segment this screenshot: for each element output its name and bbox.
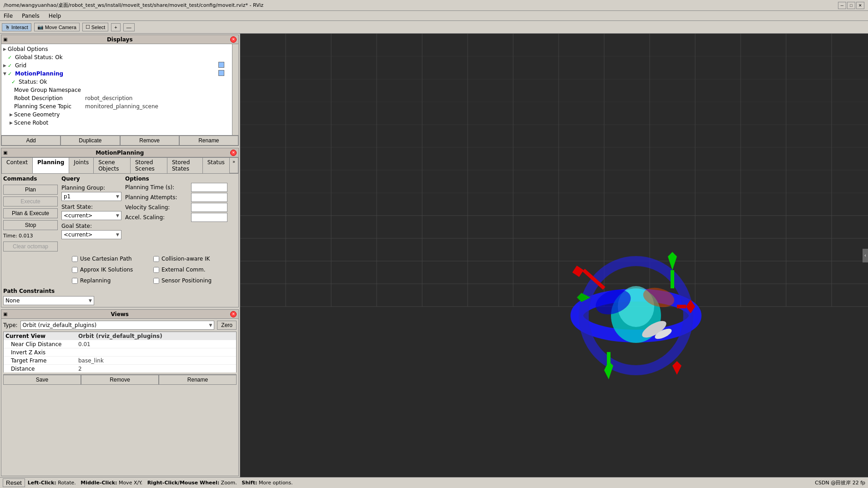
collision-checkbox[interactable] bbox=[153, 256, 159, 262]
add-button[interactable]: Add bbox=[1, 136, 61, 146]
accel-scaling-row: Accel. Scaling: 0.10 ▲ ▼ bbox=[125, 213, 237, 222]
time-display: Time: 0.013 bbox=[3, 232, 58, 240]
tab-status[interactable]: Status bbox=[202, 157, 230, 173]
clear-octomap-button[interactable]: Clear octomap bbox=[3, 241, 58, 252]
views-row-0[interactable]: Near Clip Distance 0.01 bbox=[4, 340, 236, 348]
execute-button[interactable]: Execute bbox=[3, 196, 58, 206]
camera-icon: 📷 bbox=[37, 24, 44, 30]
displays-buttons: Add Duplicate Remove Rename bbox=[1, 135, 238, 146]
sensor-label: Sensor Positioning bbox=[161, 277, 212, 284]
external-checkbox[interactable] bbox=[153, 267, 159, 273]
minimize-button[interactable]: ─ bbox=[838, 2, 846, 9]
statusbar: Reset Left-Click: Rotate. Middle-Click: … bbox=[0, 477, 868, 488]
tree-row-planning-scene[interactable]: Planning Scene Topic monitored_planning_… bbox=[2, 102, 237, 111]
velocity-scaling-spin[interactable]: 0.10 ▲ ▼ bbox=[191, 203, 227, 212]
status-ok-label: Status: Ok bbox=[19, 79, 237, 85]
cartesian-label: Use Cartesian Path bbox=[80, 256, 132, 262]
remove-button[interactable]: Remove bbox=[120, 136, 179, 146]
sensor-checkbox[interactable] bbox=[153, 278, 159, 284]
views-type-combo[interactable]: Orbit (rviz_default_plugins) ▼ bbox=[20, 321, 215, 330]
views-row-3[interactable]: Distance 2 bbox=[4, 365, 236, 372]
start-state-combo[interactable]: <current> ▼ bbox=[61, 211, 121, 220]
approx-label: Approx IK Solutions bbox=[80, 267, 133, 273]
displays-header: ▣ Displays ✕ bbox=[1, 35, 238, 44]
viewport[interactable]: ‹ bbox=[240, 34, 868, 477]
planning-group-value: p1 bbox=[64, 193, 71, 200]
tree-item-status-ok[interactable]: ✓ Status: Ok bbox=[2, 78, 237, 86]
side-collapse-button[interactable]: ‹ bbox=[863, 249, 868, 262]
menu-file[interactable]: File bbox=[2, 12, 15, 20]
tree-row-move-group[interactable]: Move Group Namespace bbox=[2, 86, 237, 94]
toolbar: 🖱 Interact 📷 Move Camera ☐ Select + — bbox=[0, 21, 868, 34]
tab-stored-scenes[interactable]: Stored Scenes bbox=[130, 157, 167, 173]
reset-button[interactable]: Reset bbox=[3, 478, 25, 487]
tabs-more-arrow[interactable]: » bbox=[229, 157, 238, 173]
plan-button[interactable]: Plan bbox=[3, 185, 58, 195]
tree-item-motion-planning[interactable]: ▼ ✓ MotionPlanning bbox=[2, 70, 237, 78]
views-zero-button[interactable]: Zero bbox=[217, 321, 237, 330]
tabs-row: Context Planning Joints Scene Objects St… bbox=[1, 157, 238, 174]
tab-context[interactable]: Context bbox=[1, 157, 33, 173]
maximize-button[interactable]: □ bbox=[847, 2, 855, 9]
tree-item-scene-geometry[interactable]: ▶ Scene Geometry bbox=[2, 111, 237, 119]
query-column: Query Planning Group: p1 ▼ Start State: … bbox=[58, 176, 121, 252]
remove-tool-button[interactable]: — bbox=[123, 23, 135, 31]
views-row-2[interactable]: Target Frame base_link bbox=[4, 357, 236, 365]
tree-item-global-status[interactable]: ✓ Global Status: Ok bbox=[2, 53, 237, 61]
display-tree: ▶ Global Options ✓ Global Status: Ok ▶ ✓… bbox=[1, 44, 238, 128]
tree-item-scene-robot[interactable]: ▶ Scene Robot bbox=[2, 119, 237, 127]
interact-icon: 🖱 bbox=[5, 25, 10, 30]
scene-geometry-label: Scene Geometry bbox=[14, 111, 237, 118]
views-rename-button[interactable]: Rename bbox=[159, 375, 237, 385]
checkbox-external: External Comm. bbox=[153, 265, 235, 274]
scene-robot-arrow: ▶ bbox=[10, 121, 14, 125]
planning-group-combo[interactable]: p1 ▼ bbox=[61, 192, 121, 201]
tab-stored-states[interactable]: Stored States bbox=[167, 157, 203, 173]
tree-row-robot-desc[interactable]: Robot Description robot_description bbox=[2, 94, 237, 102]
cartesian-checkbox[interactable] bbox=[72, 256, 78, 262]
tab-planning[interactable]: Planning bbox=[32, 157, 69, 173]
select-button[interactable]: ☐ Select bbox=[82, 23, 109, 31]
motion-planning-checkbox[interactable] bbox=[218, 70, 224, 76]
tab-scene-objects[interactable]: Scene Objects bbox=[93, 157, 131, 173]
stop-button[interactable]: Stop bbox=[3, 220, 58, 230]
distance-label: Distance bbox=[5, 366, 78, 372]
accel-scaling-spin[interactable]: 0.10 ▲ ▼ bbox=[191, 213, 227, 222]
options-column: Options Planning Time (s): 5.0 ▲ ▼ bbox=[121, 176, 237, 252]
planning-time-label: Planning Time (s): bbox=[125, 184, 191, 191]
menu-panels[interactable]: Panels bbox=[20, 12, 41, 20]
views-save-button[interactable]: Save bbox=[3, 375, 81, 385]
views-close-button[interactable]: ✕ bbox=[230, 311, 237, 317]
displays-close-button[interactable]: ✕ bbox=[230, 36, 237, 43]
replanning-checkbox[interactable] bbox=[72, 278, 78, 284]
approx-checkbox[interactable] bbox=[72, 267, 78, 273]
add-tool-button[interactable]: + bbox=[111, 23, 120, 31]
velocity-scaling-row: Velocity Scaling: 0.10 ▲ ▼ bbox=[125, 203, 237, 212]
displays-title: Displays bbox=[107, 36, 133, 43]
displays-scrollbar[interactable] bbox=[232, 44, 238, 135]
path-constraints-combo[interactable]: None ▼ bbox=[3, 296, 94, 305]
external-label: External Comm. bbox=[161, 267, 206, 273]
move-camera-button[interactable]: 📷 Move Camera bbox=[34, 23, 80, 31]
rename-button[interactable]: Rename bbox=[179, 136, 238, 146]
goal-state-combo[interactable]: <current> ▼ bbox=[61, 230, 121, 239]
distance-value: 2 bbox=[78, 366, 234, 372]
plan-execute-button[interactable]: Plan & Execute bbox=[3, 208, 58, 218]
planning-attempts-spin[interactable]: 10 ▲ ▼ bbox=[191, 193, 227, 202]
start-state-label: Start State: bbox=[61, 204, 121, 210]
tab-joints[interactable]: Joints bbox=[69, 157, 94, 173]
menu-help[interactable]: Help bbox=[47, 12, 63, 20]
duplicate-button[interactable]: Duplicate bbox=[61, 136, 120, 146]
tree-item-global-options[interactable]: ▶ Global Options bbox=[2, 45, 237, 53]
planning-time-spin[interactable]: 5.0 ▲ ▼ bbox=[191, 183, 227, 192]
tree-item-grid[interactable]: ▶ ✓ Grid bbox=[2, 61, 237, 70]
views-row-1[interactable]: Invert Z Axis bbox=[4, 348, 236, 357]
path-constraints-section: Path Constraints None ▼ bbox=[1, 288, 238, 307]
path-constraints-label: Path Constraints bbox=[3, 288, 237, 294]
close-button[interactable]: ✕ bbox=[856, 2, 864, 9]
svg-rect-1 bbox=[240, 34, 868, 477]
views-remove-button[interactable]: Remove bbox=[81, 375, 159, 385]
motion-planning-close-button[interactable]: ✕ bbox=[230, 150, 237, 156]
interact-button[interactable]: 🖱 Interact bbox=[2, 23, 31, 31]
grid-checkbox[interactable] bbox=[218, 62, 224, 68]
